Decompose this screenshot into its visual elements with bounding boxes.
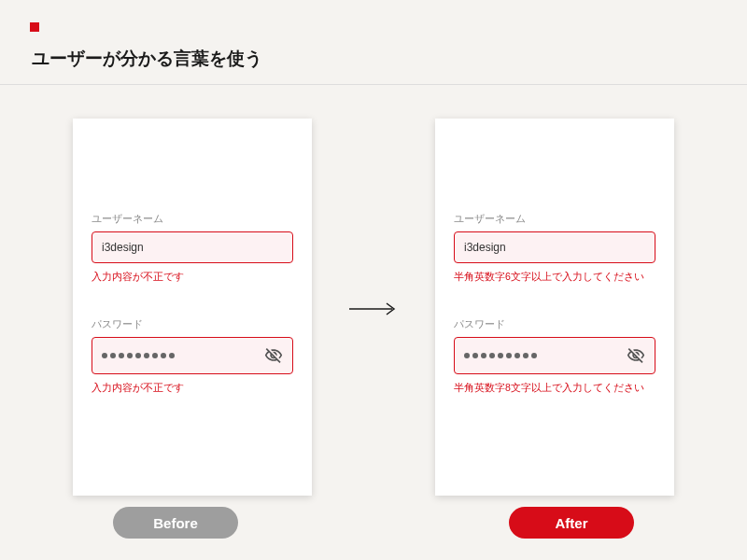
username-input[interactable]: i3design	[92, 231, 293, 263]
badges-row: Before After	[0, 496, 747, 539]
before-badge: Before	[113, 507, 238, 539]
username-label: ユーザーネーム	[92, 212, 293, 226]
eye-off-icon[interactable]	[264, 346, 283, 365]
password-dots	[464, 353, 537, 358]
password-label: パスワード	[92, 317, 293, 331]
password-dots	[102, 353, 175, 358]
username-input[interactable]: i3design	[454, 231, 655, 263]
password-label: パスワード	[454, 317, 655, 331]
password-error: 入力内容が不正です	[92, 382, 293, 395]
username-error: 入力内容が不正です	[92, 271, 293, 284]
password-input[interactable]	[92, 337, 293, 374]
password-field-group: パスワード 入力内容が不正です	[92, 317, 293, 395]
password-field-group: パスワード 半角英数字8文字以上で入力してください	[454, 317, 655, 395]
header: ユーザーが分かる言葉を使う	[0, 0, 747, 85]
comparison-content: ユーザーネーム i3design 入力内容が不正です パスワード 入力内容が不正…	[0, 85, 747, 496]
after-badge: After	[509, 507, 634, 539]
username-error: 半角英数字6文字以上で入力してください	[454, 271, 655, 284]
username-value: i3design	[102, 241, 144, 254]
username-field-group: ユーザーネーム i3design 入力内容が不正です	[92, 212, 293, 284]
header-accent-marker	[30, 22, 39, 32]
arrow-icon	[349, 293, 398, 322]
username-value: i3design	[464, 241, 506, 254]
eye-off-icon[interactable]	[627, 346, 645, 365]
username-label: ユーザーネーム	[454, 212, 655, 226]
username-field-group: ユーザーネーム i3design 半角英数字6文字以上で入力してください	[454, 212, 655, 284]
before-card: ユーザーネーム i3design 入力内容が不正です パスワード 入力内容が不正…	[73, 119, 312, 496]
password-error: 半角英数字8文字以上で入力してください	[454, 382, 655, 395]
after-card: ユーザーネーム i3design 半角英数字6文字以上で入力してください パスワ…	[435, 119, 674, 496]
page-title: ユーザーが分かる言葉を使う	[32, 47, 717, 71]
password-input[interactable]	[454, 337, 655, 374]
